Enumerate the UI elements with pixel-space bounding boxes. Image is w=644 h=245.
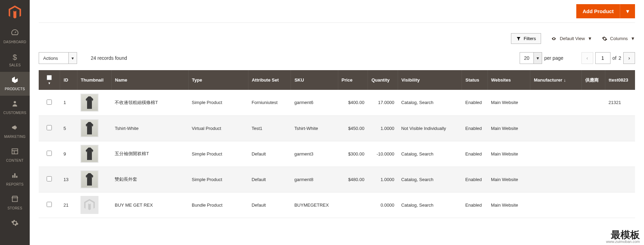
table-row[interactable]: 21BUY ME GET REXBundle ProductDefaultBUY… — [39, 192, 635, 218]
cell-status: Enabled — [462, 90, 487, 115]
add-product-button[interactable]: Add Product ▼ — [576, 4, 635, 18]
columns-toggle[interactable]: Columns ▼ — [602, 36, 635, 41]
add-product-dropdown[interactable]: ▼ — [620, 4, 635, 18]
mass-actions-label: Actions — [39, 56, 68, 61]
cell-qty: 1.0000 — [368, 115, 398, 141]
sidebar-item-reports[interactable]: REPORTS — [0, 167, 30, 191]
thumbnail-image — [80, 170, 98, 188]
sidebar-item-label: CUSTOMERS — [3, 111, 26, 115]
row-checkbox[interactable] — [47, 125, 52, 130]
cell-websites: Main Website — [487, 141, 530, 167]
table-row[interactable]: 1不收邊領粗細橫條棉TSimple ProductForniuniutestga… — [39, 90, 635, 115]
col-type[interactable]: Type — [188, 70, 248, 90]
cell-id: 5 — [60, 115, 77, 141]
cell-type: Simple Product — [188, 141, 248, 167]
cell-sku: BUYMEGETREX — [291, 192, 338, 218]
col-price[interactable]: Price — [338, 70, 368, 90]
col-thumbnail[interactable]: Thumbnail — [77, 70, 111, 90]
col-status[interactable]: Status — [462, 70, 487, 90]
cell-websites: Main Website — [487, 90, 530, 115]
sidebar-item-label: DASHBOARD — [3, 40, 26, 44]
admin-sidebar: DASHBOARD $SALES PRODUCTS CUSTOMERS MARK… — [0, 0, 30, 245]
magento-logo[interactable] — [0, 0, 30, 25]
filters-label: Filters — [524, 36, 536, 41]
svg-rect-1 — [12, 149, 18, 154]
total-pages: 2 — [618, 55, 621, 61]
col-checkbox[interactable]: ▼ — [39, 70, 60, 90]
sidebar-item-label: CONTENT — [6, 159, 23, 162]
cell-thumbnail — [77, 115, 111, 141]
cell-qty: 17.0000 — [368, 90, 398, 115]
cell-supplier — [581, 167, 605, 192]
sidebar-item-marketing[interactable]: MARKETING — [0, 120, 30, 143]
col-manufacturer[interactable]: Manufacturer↓ — [530, 70, 581, 90]
chevron-down-icon[interactable]: ▼ — [48, 82, 51, 85]
cell-price — [338, 192, 368, 218]
page-input[interactable] — [595, 52, 610, 64]
chevron-down-icon: ▾ — [68, 53, 77, 64]
col-visibility[interactable]: Visibility — [398, 70, 462, 90]
grid-toolbar-top: Filters Default View ▼ Columns ▼ — [39, 23, 635, 49]
cell-type: Simple Product — [188, 90, 248, 115]
grid-toolbar-bottom: Actions ▾ 24 records found 20 ▾ per page… — [39, 49, 635, 70]
per-page-select[interactable]: 20 ▾ — [520, 52, 542, 64]
col-quantity[interactable]: Quantity — [368, 70, 398, 90]
sidebar-item-customers[interactable]: CUSTOMERS — [0, 96, 30, 120]
cell-thumbnail — [77, 141, 111, 167]
cell-supplier — [581, 192, 605, 218]
cell-manufacturer — [530, 90, 581, 115]
cell-sku: garment8 — [291, 167, 338, 192]
col-name[interactable]: Name — [111, 70, 188, 90]
sidebar-item-stores[interactable]: STORES — [0, 191, 30, 215]
cell-price: $300.00 — [338, 141, 368, 167]
sidebar-item-products[interactable]: PRODUCTS — [0, 72, 30, 96]
col-attribute-set[interactable]: Attribute Set — [248, 70, 291, 90]
layout-icon — [11, 148, 19, 157]
prev-page-button[interactable]: ‹ — [581, 52, 593, 64]
cell-ttest — [605, 192, 635, 218]
storefront-icon — [11, 195, 19, 205]
cell-attrset: Test1 — [248, 115, 291, 141]
sidebar-item-dashboard[interactable]: DASHBOARD — [0, 25, 30, 49]
cell-manufacturer — [530, 167, 581, 192]
chevron-down-icon: ▼ — [588, 36, 592, 41]
row-checkbox[interactable] — [47, 202, 52, 207]
sidebar-item-content[interactable]: CONTENT — [0, 143, 30, 167]
sidebar-item-system[interactable] — [0, 215, 30, 235]
columns-gear-icon — [602, 36, 607, 41]
pagination: 20 ▾ per page ‹ of 2 › — [520, 52, 635, 64]
columns-label: Columns — [610, 36, 628, 41]
table-row[interactable]: 9五分袖側開衩棉TSimple ProductDefaultgarment3$3… — [39, 141, 635, 167]
col-supplier[interactable]: 供應商 — [581, 70, 605, 90]
table-body: 1不收邊領粗細橫條棉TSimple ProductForniuniutestga… — [39, 90, 635, 218]
cell-manufacturer — [530, 141, 581, 167]
table-row[interactable]: 13雙釦長外套Simple ProductDefaultgarment8$480… — [39, 167, 635, 192]
row-checkbox[interactable] — [47, 176, 52, 181]
cell-visibility: Catalog, Search — [398, 167, 462, 192]
filters-button[interactable]: Filters — [511, 33, 541, 44]
default-view-toggle[interactable]: Default View ▼ — [551, 36, 592, 41]
row-checkbox[interactable] — [47, 151, 52, 156]
mass-actions-select[interactable]: Actions ▾ — [39, 52, 77, 64]
gauge-icon — [11, 29, 19, 39]
table-row[interactable]: 5Tshirt-WhiteVirtual ProductTest1Tshirt-… — [39, 115, 635, 141]
sidebar-item-sales[interactable]: $SALES — [0, 49, 30, 72]
svg-rect-5 — [14, 173, 16, 178]
col-ttest0823[interactable]: ttest0823 — [605, 70, 635, 90]
cell-name: 不收邊領粗細橫條棉T — [111, 90, 188, 115]
records-found: 24 records found — [91, 55, 127, 61]
cube-icon — [11, 76, 19, 86]
cell-ttest — [605, 141, 635, 167]
col-websites[interactable]: Websites — [487, 70, 530, 90]
cell-name: BUY ME GET REX — [111, 192, 188, 218]
select-all-checkbox[interactable] — [47, 75, 52, 80]
page-actions: Add Product ▼ — [39, 0, 635, 23]
row-checkbox[interactable] — [47, 100, 52, 105]
cell-type: Bundle Product — [188, 192, 248, 218]
next-page-button[interactable]: › — [623, 52, 635, 64]
cell-name: 五分袖側開衩棉T — [111, 141, 188, 167]
col-sku[interactable]: SKU — [291, 70, 338, 90]
cell-qty: 0.0000 — [368, 192, 398, 218]
col-id[interactable]: ID — [60, 70, 77, 90]
sidebar-item-label: REPORTS — [6, 182, 23, 186]
